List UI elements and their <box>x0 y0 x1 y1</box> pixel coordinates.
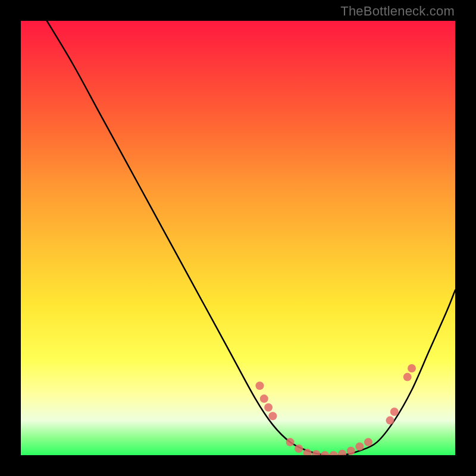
data-point <box>390 408 399 416</box>
data-point <box>347 447 355 455</box>
chart-frame: TheBottleneck.com <box>0 0 476 476</box>
bottleneck-curve <box>47 21 455 455</box>
chart-svg <box>21 21 455 455</box>
watermark-text: TheBottleneck.com <box>340 4 455 19</box>
data-point <box>330 451 338 455</box>
plot-area <box>21 21 455 455</box>
data-point <box>264 403 273 412</box>
data-point <box>256 381 264 390</box>
data-point <box>321 451 329 455</box>
data-point <box>286 438 295 446</box>
data-point <box>260 394 268 403</box>
data-point <box>355 442 364 450</box>
data-point <box>268 412 277 420</box>
data-point <box>312 450 320 455</box>
data-point <box>408 364 416 372</box>
data-point <box>403 373 412 381</box>
data-point <box>386 416 394 425</box>
data-point <box>295 444 303 453</box>
data-point <box>364 438 372 446</box>
data-point <box>338 450 346 455</box>
data-points-group <box>256 364 416 455</box>
